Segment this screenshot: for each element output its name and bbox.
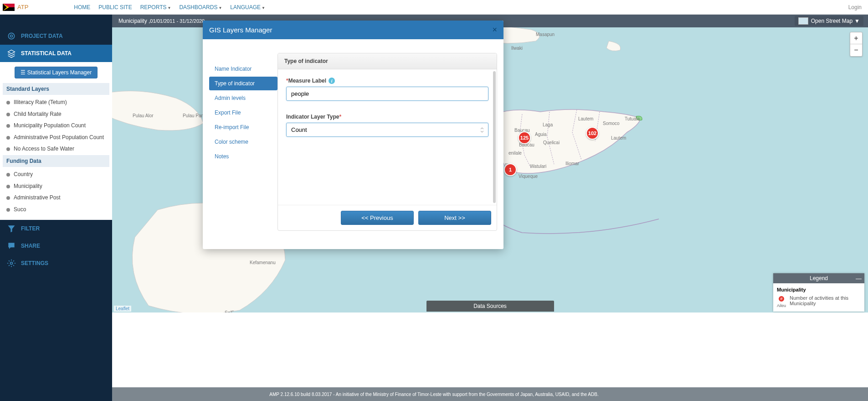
context-dates: 01/01/2011 - 31/12/2020 — [150, 18, 205, 24]
wizard-step-type-of-indicator[interactable]: Type of indicator — [209, 77, 277, 90]
target-icon — [6, 31, 16, 41]
zoom-in-button[interactable]: + — [850, 32, 862, 44]
minimize-icon[interactable]: — — [856, 275, 862, 282]
wizard-content-header: Type of indicator — [278, 53, 497, 69]
nav-language[interactable]: LANGUAGE▼ — [230, 4, 265, 10]
wizard-step-admin-levels[interactable]: Admin levels — [209, 91, 277, 105]
modal-title: GIS Layers Manager — [209, 26, 272, 34]
modal-header: GIS Layers Manager × — [203, 21, 503, 39]
wizard-step-notes[interactable]: Notes — [209, 150, 277, 163]
map-marker[interactable]: 1 — [504, 163, 517, 176]
layer-item[interactable]: Suco — [3, 204, 109, 216]
footer: AMP 2.12.6.10 build 8.03.2017 - An initi… — [0, 387, 868, 401]
basemap-label: Open Street Map — [811, 18, 853, 24]
brand: ATP — [17, 4, 28, 10]
nav-public-site[interactable]: PUBLIC SITE — [98, 4, 132, 10]
sidebar-item-label: SHARE — [21, 243, 40, 249]
top-menu: HOME PUBLIC SITE REPORTS▼ DASHBOARDS▼ LA… — [74, 4, 265, 10]
legend-header: Legend — — [773, 273, 864, 283]
sidebar-item-settings[interactable]: SETTINGS — [0, 255, 112, 272]
chevron-down-icon: ▼ — [262, 6, 265, 10]
legend: Legend — Municipality # Aileu Number of … — [773, 273, 864, 312]
map-attribution[interactable]: Leaflet — [114, 306, 131, 312]
chevron-down-icon: ▼ — [167, 6, 171, 10]
layer-toggle-icon — [6, 196, 10, 200]
map-marker[interactable]: 125 — [518, 131, 531, 144]
layer-item[interactable]: No Access to Safe Water — [3, 143, 109, 155]
chevron-down-icon: ▼ — [218, 6, 222, 10]
nav-reports[interactable]: REPORTS▼ — [140, 4, 171, 10]
sidebar-item-label: STATISTICAL DATA — [21, 50, 72, 57]
previous-button[interactable]: << Previous — [341, 211, 414, 225]
gear-icon — [6, 258, 16, 268]
gis-layers-manager-modal: GIS Layers Manager × Name Indicator Type… — [203, 21, 503, 249]
zoom-out-button[interactable]: − — [850, 44, 862, 56]
layer-toggle-icon — [6, 208, 10, 212]
chevron-down-icon: ▼ — [854, 18, 860, 24]
wizard-step-color-scheme[interactable]: Color scheme — [209, 135, 277, 149]
map-marker[interactable]: 102 — [586, 127, 599, 140]
legend-description: Number of activities at this Municipalit… — [790, 295, 861, 306]
layer-toggle-icon — [6, 124, 10, 128]
layer-group-funding: Funding Data — [3, 155, 109, 167]
wizard-step-reimport-file[interactable]: Re-import File — [209, 120, 277, 134]
data-sources-button[interactable]: Data Sources — [426, 301, 554, 312]
measure-label-label: *Measure Label i — [286, 78, 488, 84]
layer-toggle-icon — [6, 147, 10, 151]
wizard-step-export-file[interactable]: Export File — [209, 106, 277, 120]
top-nav: ATP HOME PUBLIC SITE REPORTS▼ DASHBOARDS… — [0, 0, 868, 15]
indicator-layer-type-select[interactable]: Count — [286, 123, 488, 137]
svg-point-2 — [10, 262, 13, 265]
svg-point-1 — [10, 35, 13, 37]
legend-section-title: Municipality — [777, 287, 861, 292]
sidebar-item-statistical-data[interactable]: STATISTICAL DATA — [0, 45, 112, 62]
zoom-control: + − — [850, 32, 863, 57]
nav-dashboards[interactable]: DASHBOARDS▼ — [179, 4, 222, 10]
layer-toggle-icon — [6, 113, 10, 116]
wizard-content: Type of indicator *Measure Label i Indic… — [277, 53, 497, 231]
layer-toggle-icon — [6, 136, 10, 140]
sidebar-item-share[interactable]: SHARE — [0, 237, 112, 255]
wizard-nav: Name Indicator Type of indicator Admin l… — [209, 53, 277, 231]
statistical-layers-manager-button[interactable]: ☰Statistical Layers Manager — [15, 67, 98, 78]
info-icon[interactable]: i — [329, 78, 335, 84]
measure-label-input[interactable] — [286, 87, 488, 101]
marker-icon: # — [778, 295, 785, 302]
layer-toggle-icon — [6, 185, 10, 188]
layer-toggle-icon — [6, 173, 10, 177]
layers-icon — [6, 48, 16, 58]
legend-title: Legend — [810, 275, 828, 281]
layer-item[interactable]: Administrative Post Population Count — [3, 132, 109, 144]
close-icon[interactable]: × — [492, 25, 497, 35]
svg-point-0 — [8, 33, 14, 39]
sidebar-item-filter[interactable]: FILTER — [0, 220, 112, 237]
legend-marker-label: Aileu — [777, 303, 786, 308]
login-link[interactable]: Login — [848, 4, 862, 10]
sidebar-item-label: SETTINGS — [21, 260, 48, 266]
layer-item[interactable]: Country — [3, 169, 109, 181]
sidebar-item-label: PROJECT DATA — [21, 33, 63, 39]
layer-item[interactable]: Illiteracy Rate (Tetum) — [3, 97, 109, 109]
layer-item[interactable]: Municipality — [3, 181, 109, 193]
layer-item[interactable]: Municipality Population Count — [3, 120, 109, 132]
basemap-switcher[interactable]: Open Street Map ▼ — [795, 16, 863, 26]
sidebar-item-project-data[interactable]: PROJECT DATA — [0, 27, 112, 45]
wizard-step-name-indicator[interactable]: Name Indicator — [209, 62, 277, 76]
statistical-data-panel: ☰Statistical Layers Manager Standard Lay… — [0, 62, 112, 220]
wizard-footer: << Previous Next >> — [278, 205, 497, 230]
layer-group-standard: Standard Layers — [3, 83, 109, 95]
flag-icon — [3, 4, 15, 11]
layer-item[interactable]: Administrative Post — [3, 192, 109, 204]
indicator-layer-type-label: Indicator Layer Type* — [286, 114, 488, 120]
funnel-icon — [6, 224, 16, 234]
basemap-thumb-icon — [798, 17, 808, 25]
nav-home[interactable]: HOME — [74, 4, 90, 10]
context-title: Municipality , — [118, 18, 150, 24]
chat-icon — [6, 241, 16, 251]
layer-item[interactable]: Child Mortality Rate — [3, 109, 109, 120]
sidebar-item-label: FILTER — [21, 225, 40, 232]
sidebar: PROJECT DATA STATISTICAL DATA ☰Statistic… — [0, 15, 112, 401]
layer-toggle-icon — [6, 101, 10, 104]
next-button[interactable]: Next >> — [418, 211, 491, 225]
